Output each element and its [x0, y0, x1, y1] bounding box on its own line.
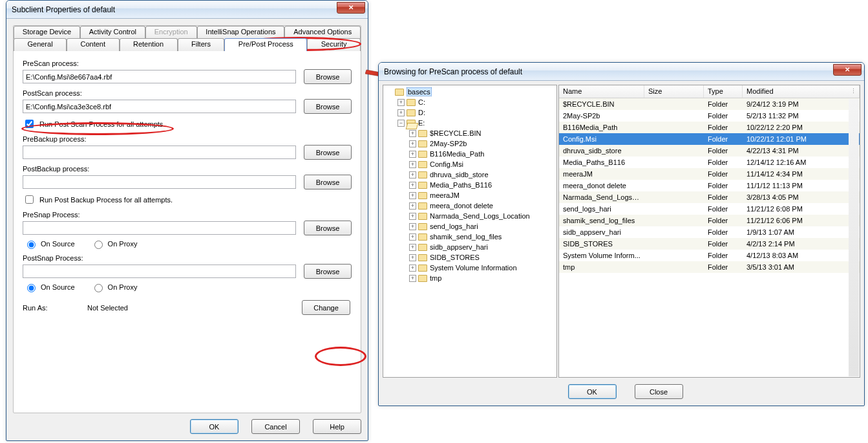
cell-size	[644, 150, 704, 151]
tree-node[interactable]: +SIDB_STORES	[383, 252, 556, 263]
expand-icon[interactable]: +	[409, 265, 416, 272]
tree-node[interactable]: +meeraJM	[383, 190, 556, 200]
tree-node[interactable]: +tmp	[383, 273, 556, 283]
help-button[interactable]: Help	[313, 419, 361, 434]
postsnap-on-source-radio[interactable]	[27, 284, 36, 292]
tree-node[interactable]: +B116Media_Path	[383, 149, 556, 159]
runas-change-button[interactable]: Change	[302, 300, 350, 315]
tree-node[interactable]: +sidb_appserv_hari	[383, 242, 556, 252]
collapse-icon[interactable]: −	[397, 120, 405, 127]
tree-node[interactable]: +System Volume Information	[383, 263, 556, 273]
tree-node[interactable]: +Config.Msi	[383, 159, 556, 169]
postscan-browse-button[interactable]: Browse	[304, 99, 352, 114]
tree-node[interactable]: +send_logs_hari	[383, 221, 556, 232]
list-row[interactable]: System Volume Inform...Folder4/12/13 8:0…	[559, 250, 860, 261]
expand-icon[interactable]: +	[409, 192, 416, 199]
postbackup-all-attempts-checkbox[interactable]	[25, 195, 34, 204]
expand-icon[interactable]: +	[409, 161, 416, 168]
postbackup-browse-button[interactable]: Browse	[304, 175, 352, 189]
tab-security[interactable]: Security	[307, 38, 361, 51]
cell-mod: 11/1/12 11:13 PM	[743, 181, 860, 190]
expand-icon[interactable]: +	[397, 99, 405, 106]
expand-icon[interactable]: +	[409, 171, 416, 178]
prescan-browse-button[interactable]: Browse	[304, 69, 352, 84]
expand-icon[interactable]: +	[409, 140, 416, 147]
expand-icon[interactable]: +	[397, 109, 405, 116]
tab-content[interactable]: Content	[67, 38, 119, 51]
col-name[interactable]: Name	[559, 85, 644, 98]
list-row[interactable]: sidb_appserv_hariFolder1/9/13 1:07 AM	[559, 226, 860, 238]
file-list-body[interactable]: $RECYCLE.BINFolder9/24/12 3:19 PM2May-SP…	[559, 98, 860, 377]
list-row[interactable]: Config.MsiFolder10/22/12 12:01 PM	[559, 133, 860, 145]
list-row[interactable]: dhruva_sidb_storeFolder4/22/13 4:31 PM	[559, 145, 860, 157]
tree-node[interactable]: +Narmada_Send_Logs_Location	[383, 211, 556, 221]
presnap-browse-button[interactable]: Browse	[304, 221, 352, 235]
tab-filters[interactable]: Filters	[178, 38, 225, 51]
tab-retention[interactable]: Retention	[120, 38, 178, 51]
expand-icon[interactable]: +	[409, 223, 416, 230]
prescan-input[interactable]	[23, 70, 296, 83]
expand-icon[interactable]: +	[409, 244, 416, 251]
prebackup-input[interactable]	[23, 146, 296, 159]
close-icon[interactable]: ✕	[833, 64, 862, 76]
tab-activity-control[interactable]: Activity Control	[80, 26, 145, 39]
prebackup-browse-button[interactable]: Browse	[304, 145, 352, 160]
expand-icon[interactable]: +	[409, 213, 416, 220]
list-row[interactable]: meera_donot deleteFolder11/1/12 11:13 PM	[559, 180, 860, 191]
tree-node[interactable]: +D:	[383, 107, 556, 118]
list-row[interactable]: shamik_send_log_filesFolder11/21/12 6:06…	[559, 215, 860, 226]
file-list-header[interactable]: Name Size Type Modified ⋮	[559, 85, 860, 98]
cancel-button[interactable]: Cancel	[251, 419, 300, 434]
list-row[interactable]: send_logs_hariFolder11/21/12 6:08 PM	[559, 203, 860, 215]
tree-node[interactable]: +dhruva_sidb_store	[383, 169, 556, 180]
expand-icon[interactable]: +	[409, 202, 416, 210]
expand-icon[interactable]: +	[409, 182, 416, 189]
postscan-all-attempts-checkbox[interactable]	[25, 120, 34, 128]
list-row[interactable]: tmpFolder3/5/13 3:01 AM	[559, 261, 860, 273]
folder-tree[interactable]: basecs+C:+D:−E:+$RECYCLE.BIN+2May-SP2b+B…	[383, 85, 557, 378]
postscan-input[interactable]	[23, 100, 296, 113]
list-row[interactable]: Media_Paths_B116Folder12/14/12 12:16 AM	[559, 157, 860, 168]
list-row[interactable]: meeraJMFolder11/14/12 4:34 PM	[559, 168, 860, 180]
tab-intellisnap-operations[interactable]: IntelliSnap Operations	[197, 26, 285, 39]
presnap-input[interactable]	[23, 221, 296, 235]
list-row[interactable]: Narmada_Send_Logs_...Folder3/28/13 4:05 …	[559, 191, 860, 203]
postsnap-input[interactable]	[23, 265, 296, 278]
tab-advanced-options[interactable]: Advanced Options	[284, 26, 361, 39]
expand-icon[interactable]: +	[409, 233, 416, 241]
list-row[interactable]: B116Media_PathFolder10/22/12 2:20 PM	[559, 122, 860, 133]
tab-encryption[interactable]: Encryption	[145, 26, 197, 39]
postbackup-input[interactable]	[23, 175, 296, 189]
tree-node[interactable]: +C:	[383, 97, 556, 107]
presnap-on-source-radio[interactable]	[27, 241, 36, 249]
col-size[interactable]: Size	[644, 85, 704, 98]
ok-button[interactable]: OK	[568, 384, 617, 399]
tab-general[interactable]: General	[14, 38, 67, 51]
list-row[interactable]: SIDB_STORESFolder4/2/13 2:14 PM	[559, 238, 860, 250]
tree-node[interactable]: +$RECYCLE.BIN	[383, 128, 556, 138]
tree-node[interactable]: +shamik_send_log_files	[383, 232, 556, 242]
postsnap-browse-button[interactable]: Browse	[304, 264, 352, 279]
tab-pre-post-process[interactable]: Pre/Post Process	[224, 38, 307, 51]
close-button[interactable]: Close	[635, 384, 683, 399]
expand-icon[interactable]: +	[409, 275, 416, 282]
expand-icon[interactable]: +	[409, 130, 416, 137]
tree-node[interactable]: basecs	[383, 87, 556, 97]
ok-button[interactable]: OK	[190, 419, 238, 434]
folder-icon	[407, 109, 416, 116]
close-icon[interactable]: ✕	[337, 2, 365, 14]
tree-node[interactable]: +meera_donot delete	[383, 200, 556, 211]
tree-node[interactable]: −E:	[383, 118, 556, 128]
list-row[interactable]: $RECYCLE.BINFolder9/24/12 3:19 PM	[559, 98, 860, 110]
expand-icon[interactable]: +	[409, 151, 416, 158]
postsnap-on-proxy-radio[interactable]	[94, 284, 103, 292]
col-type[interactable]: Type	[704, 85, 743, 98]
tab-storage-device[interactable]: Storage Device	[14, 26, 80, 39]
presnap-on-proxy-radio[interactable]	[94, 241, 103, 249]
tree-node[interactable]: +2May-SP2b	[383, 138, 556, 149]
list-row[interactable]: 2May-SP2bFolder5/2/13 11:32 PM	[559, 110, 860, 122]
expand-icon[interactable]: +	[409, 254, 416, 261]
col-modified[interactable]: Modified ⋮	[743, 85, 860, 98]
tree-node[interactable]: +Media_Paths_B116	[383, 180, 556, 190]
scrollbar[interactable]	[849, 99, 859, 376]
